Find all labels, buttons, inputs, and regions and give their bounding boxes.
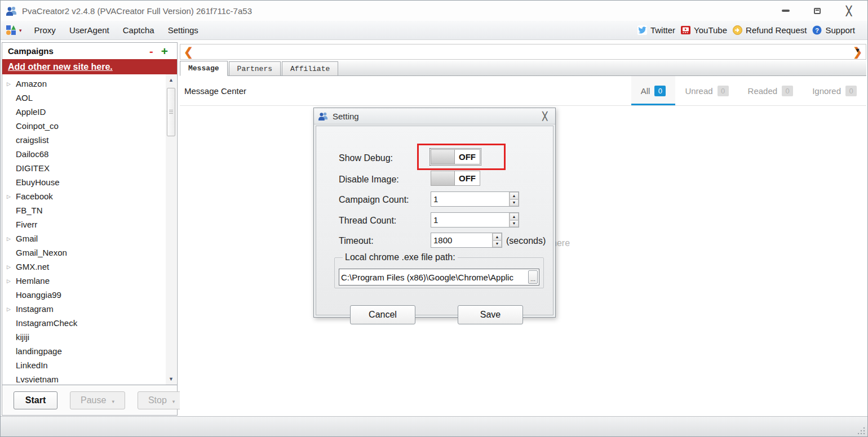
campaign-item-linkedin[interactable]: ▷LinkedIn bbox=[2, 358, 166, 372]
menu-item-captcha[interactable]: Captcha bbox=[116, 25, 161, 35]
scroll-up-icon[interactable]: ▲ bbox=[166, 74, 176, 86]
menu-link-twitter[interactable]: Twitter bbox=[637, 25, 675, 35]
menu-bar: ▾ ProxyUserAgentCaptchaSettings TwitterY… bbox=[1, 21, 867, 40]
thread-count-input[interactable] bbox=[431, 213, 509, 227]
count-badge: 0 bbox=[718, 86, 729, 96]
stop-button[interactable]: Stop▾ bbox=[138, 391, 185, 409]
campaign-item-dailoc68[interactable]: ▷Dailoc68 bbox=[2, 147, 166, 161]
campaign-item-lvsvietnam[interactable]: ▷Lvsvietnam bbox=[2, 372, 166, 385]
timeout-suffix: (seconds) bbox=[506, 236, 546, 246]
expand-arrow-icon[interactable]: ▷ bbox=[7, 278, 16, 284]
spin-down-icon[interactable]: ▼ bbox=[510, 199, 519, 207]
chrome-path-label: Local chrome .exe file path: bbox=[343, 252, 458, 262]
campaign-count-input[interactable] bbox=[431, 192, 509, 206]
show-debug-toggle[interactable]: OFF bbox=[431, 149, 480, 164]
restore-button[interactable] bbox=[809, 5, 826, 17]
campaign-count-label: Campaign Count: bbox=[339, 195, 409, 205]
campaign-item-fiverr[interactable]: ▷Fiverr bbox=[2, 217, 166, 231]
campaign-item-instagram[interactable]: ▷Instagram bbox=[2, 302, 166, 316]
campaign-item-instagramcheck[interactable]: ▷InstagramCheck bbox=[2, 316, 166, 330]
browse-button[interactable]: ... bbox=[528, 270, 538, 284]
apps-grid-icon[interactable] bbox=[6, 25, 16, 35]
campaign-item-kijiji[interactable]: ▷kijiji bbox=[2, 330, 166, 344]
expand-arrow-icon[interactable]: ▷ bbox=[7, 236, 16, 242]
save-button[interactable]: Save bbox=[458, 305, 523, 324]
campaign-item-amazon[interactable]: ▷Amazon bbox=[2, 77, 166, 91]
twitter-icon bbox=[637, 25, 647, 35]
menu-link-refund-request[interactable]: Refund Request bbox=[733, 25, 807, 35]
title-bar: PvaCreator2 v2.4.8 (PVACreator Full Vers… bbox=[1, 1, 867, 21]
tab-bar: MessagePartnersAffiliate bbox=[180, 61, 866, 76]
timeout-spinner: ▲▼ bbox=[431, 233, 502, 248]
tab-message[interactable]: Message bbox=[180, 61, 228, 76]
tab-partners[interactable]: Partners bbox=[229, 61, 281, 75]
tab-overflow-icon[interactable]: ▼ bbox=[854, 47, 861, 53]
campaign-item-ebuyhouse[interactable]: ▷EbuyHouse bbox=[2, 175, 166, 189]
menu-link-support[interactable]: ?Support bbox=[812, 25, 855, 35]
tab-affiliate[interactable]: Affiliate bbox=[282, 61, 338, 75]
scrollbar-thumb[interactable] bbox=[167, 88, 175, 136]
spin-up-icon[interactable]: ▲ bbox=[493, 233, 502, 240]
menu-link-youtube[interactable]: YouTube bbox=[681, 25, 727, 35]
resize-grip[interactable] bbox=[858, 427, 865, 434]
refund-icon bbox=[733, 25, 742, 35]
toggle-knob bbox=[431, 171, 455, 185]
campaign-item-gmx.net[interactable]: ▷GMX.net bbox=[2, 260, 166, 274]
expand-arrow-icon[interactable]: ▷ bbox=[7, 264, 16, 270]
navigation-toolbar: ❮ ❯ bbox=[180, 44, 866, 60]
spin-down-icon[interactable]: ▼ bbox=[493, 240, 502, 248]
filter-readed[interactable]: Readed0 bbox=[738, 76, 803, 105]
disable-image-toggle[interactable]: OFF bbox=[431, 171, 480, 186]
menu-item-proxy[interactable]: Proxy bbox=[28, 25, 63, 35]
expand-arrow-icon[interactable]: ▷ bbox=[7, 194, 16, 199]
spin-up-icon[interactable]: ▲ bbox=[510, 192, 519, 199]
stop-dropdown-icon: ▾ bbox=[172, 399, 175, 404]
campaign-item-fb_tn[interactable]: ▷FB_TN bbox=[2, 203, 166, 217]
window-title: PvaCreator2 v2.4.8 (PVACreator Full Vers… bbox=[22, 6, 252, 16]
apps-dropdown-icon[interactable]: ▾ bbox=[19, 28, 22, 33]
filter-ignored[interactable]: Ignored0 bbox=[803, 76, 866, 105]
campaign-list-scrollbar[interactable]: ▲ ▼ bbox=[166, 74, 176, 385]
spin-up-icon[interactable]: ▲ bbox=[510, 213, 519, 220]
filter-unread[interactable]: Unread0 bbox=[675, 76, 738, 105]
campaign-item-appleid[interactable]: ▷AppleID bbox=[2, 105, 166, 119]
campaign-item-hoanggia99[interactable]: ▷Hoanggia99 bbox=[2, 288, 166, 302]
scroll-down-icon[interactable]: ▼ bbox=[166, 373, 176, 385]
youtube-icon bbox=[681, 26, 690, 34]
campaign-item-facebook[interactable]: ▷Facebook bbox=[2, 189, 166, 203]
filter-all[interactable]: All0 bbox=[631, 76, 676, 105]
start-button[interactable]: Start bbox=[14, 391, 57, 409]
disable-image-label: Disable Image: bbox=[339, 175, 399, 185]
campaign-item-hemlane[interactable]: ▷Hemlane bbox=[2, 274, 166, 288]
pause-button[interactable]: Pause▾ bbox=[70, 391, 125, 409]
add-campaign-button[interactable]: + bbox=[158, 46, 171, 56]
remove-campaign-button[interactable]: - bbox=[145, 46, 158, 56]
chrome-path-input[interactable] bbox=[339, 269, 527, 285]
expand-arrow-icon[interactable]: ▷ bbox=[7, 81, 16, 87]
add-site-banner[interactable]: Add other new site here. bbox=[2, 59, 177, 74]
campaign-item-landingpage[interactable]: ▷landingpage bbox=[2, 344, 166, 358]
campaign-item-gmail[interactable]: ▷Gmail bbox=[2, 231, 166, 246]
close-icon: ╳ bbox=[846, 6, 852, 16]
pause-dropdown-icon: ▾ bbox=[112, 399, 114, 404]
timeout-input[interactable] bbox=[431, 233, 492, 247]
campaigns-panel: Campaigns - + Add other new site here. ▷… bbox=[2, 42, 178, 416]
setting-dialog-close-icon[interactable]: ╳ bbox=[539, 112, 551, 121]
campaign-item-craigslist[interactable]: ▷craigslist bbox=[2, 133, 166, 147]
spin-down-icon[interactable]: ▼ bbox=[510, 220, 519, 228]
campaign-item-digitex[interactable]: ▷DIGITEX bbox=[2, 161, 166, 175]
menu-item-settings[interactable]: Settings bbox=[161, 25, 205, 35]
setting-dialog-title: Setting bbox=[333, 112, 359, 121]
expand-arrow-icon[interactable]: ▷ bbox=[7, 306, 16, 312]
menu-item-useragent[interactable]: UserAgent bbox=[63, 25, 116, 35]
campaign-item-coinpot_co[interactable]: ▷Coinpot_co bbox=[2, 119, 166, 133]
nav-back-icon[interactable]: ❮ bbox=[184, 46, 193, 57]
campaign-item-aol[interactable]: ▷AOL bbox=[2, 91, 166, 105]
cancel-button[interactable]: Cancel bbox=[350, 305, 415, 324]
campaign-item-gmail_nexon[interactable]: ▷Gmail_Nexon bbox=[2, 246, 166, 260]
close-button[interactable]: ╳ bbox=[840, 5, 857, 17]
minimize-button[interactable] bbox=[777, 5, 794, 17]
campaigns-title: Campaigns bbox=[8, 46, 54, 56]
setting-dialog-icon bbox=[318, 112, 329, 121]
thread-count-label: Thread Count: bbox=[339, 216, 396, 226]
